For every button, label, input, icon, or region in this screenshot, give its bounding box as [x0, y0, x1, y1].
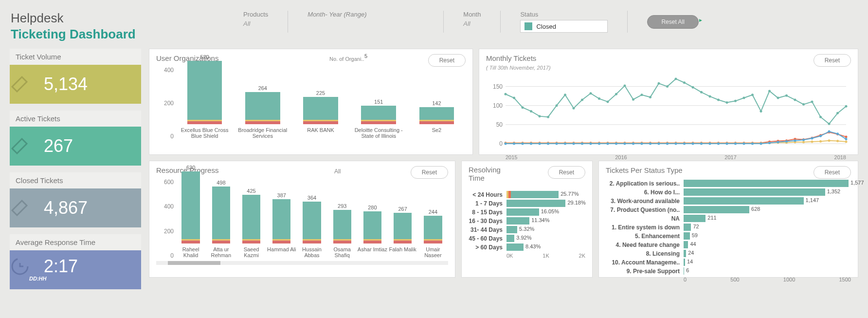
bar[interactable]	[684, 197, 804, 205]
svg-point-159	[734, 143, 737, 145]
svg-point-143	[598, 143, 600, 145]
bar[interactable]	[361, 106, 396, 124]
svg-point-138	[556, 143, 558, 145]
svg-point-170	[828, 130, 831, 132]
panel-monthly-tickets: Monthly Tickets ( Till 30th November, 20…	[479, 49, 858, 155]
svg-point-14	[547, 116, 549, 118]
status-swatch-icon	[524, 22, 532, 30]
svg-point-168	[811, 137, 814, 140]
svg-point-44	[802, 103, 805, 106]
bar[interactable]	[303, 202, 321, 243]
bar[interactable]	[363, 211, 381, 243]
card-active-tickets: 267	[10, 127, 141, 166]
line-series[interactable]	[506, 79, 846, 124]
bar[interactable]	[333, 210, 351, 243]
svg-point-21	[607, 100, 609, 103]
filter-status[interactable]: Status Closed	[500, 11, 627, 33]
reset-button[interactable]: Reset	[428, 54, 466, 67]
svg-point-12	[530, 110, 532, 112]
svg-point-90	[845, 135, 848, 138]
svg-point-148	[641, 143, 643, 145]
horizontal-scrollbar[interactable]	[156, 261, 448, 265]
reset-all-button[interactable]: Reset All	[647, 15, 698, 29]
svg-point-29	[675, 77, 677, 80]
svg-point-27	[658, 82, 660, 85]
bar[interactable]	[684, 224, 691, 231]
svg-text:100: 100	[493, 102, 503, 109]
svg-point-163	[768, 142, 771, 144]
bar[interactable]	[506, 235, 514, 242]
svg-point-137	[547, 143, 549, 145]
svg-point-127	[811, 141, 814, 143]
panel-resolving-time: Resolving Time Reset < 24 Hours25.77%1 -…	[461, 161, 593, 278]
filter-products[interactable]: Products All	[224, 11, 288, 33]
filter-month-year-range[interactable]: Month- Year (Range)	[288, 11, 443, 33]
svg-point-36	[734, 100, 737, 102]
svg-point-9	[505, 93, 507, 95]
bar[interactable]	[506, 208, 539, 216]
svg-text:50: 50	[496, 121, 503, 128]
svg-point-139	[564, 143, 566, 145]
bar[interactable]	[506, 226, 517, 233]
svg-point-15	[556, 104, 558, 107]
svg-point-172	[845, 138, 848, 140]
reset-button[interactable]: Reset	[814, 166, 851, 179]
bar[interactable]	[684, 232, 690, 240]
bar[interactable]	[212, 187, 230, 243]
card-closed-tickets: 4,867	[10, 188, 141, 227]
bar[interactable]	[684, 241, 688, 248]
svg-point-32	[700, 91, 703, 94]
bar[interactable]	[506, 217, 529, 224]
bar[interactable]	[684, 206, 749, 213]
svg-point-160	[743, 143, 745, 145]
bar[interactable]	[506, 200, 565, 207]
bar[interactable]	[245, 92, 280, 124]
panel-resource-progress: Resource Progress All Reset 600400200063…	[149, 161, 455, 278]
svg-text:0: 0	[499, 140, 503, 147]
bar[interactable]	[242, 195, 260, 243]
bar[interactable]	[181, 171, 199, 244]
title-line2: Ticketing Dashboard	[11, 27, 136, 42]
svg-point-49	[845, 105, 848, 108]
title-line1: Helpdesk	[11, 11, 136, 26]
svg-point-161	[751, 143, 754, 145]
svg-point-142	[590, 143, 592, 145]
svg-point-171	[836, 132, 839, 135]
filter-month[interactable]: Month All	[443, 11, 500, 33]
reset-button[interactable]: Reset	[814, 54, 851, 67]
svg-point-165	[785, 140, 788, 143]
svg-point-40	[768, 90, 771, 92]
bar[interactable]	[684, 250, 686, 257]
svg-point-145	[615, 143, 617, 145]
reset-button[interactable]: Reset	[548, 166, 585, 179]
svg-point-132	[505, 143, 507, 145]
bar[interactable]	[419, 107, 454, 125]
bar[interactable]	[303, 97, 338, 124]
monthly-line-chart: 050100150	[486, 75, 851, 152]
reset-button[interactable]: Reset	[411, 166, 448, 179]
clock-icon	[10, 256, 44, 277]
svg-point-33	[709, 95, 711, 97]
bar[interactable]	[424, 216, 442, 244]
bar[interactable]	[684, 267, 684, 275]
svg-point-164	[777, 141, 779, 143]
bar[interactable]	[394, 213, 412, 243]
bar[interactable]	[506, 191, 559, 198]
svg-point-129	[828, 139, 831, 142]
bar[interactable]	[684, 180, 849, 187]
svg-point-48	[836, 112, 839, 114]
svg-point-167	[802, 139, 805, 141]
svg-point-19	[590, 92, 592, 94]
svg-point-23	[624, 85, 626, 87]
svg-point-133	[513, 143, 515, 145]
svg-point-39	[760, 110, 762, 112]
svg-point-38	[751, 94, 754, 96]
bar[interactable]	[684, 259, 685, 266]
bar[interactable]	[272, 199, 290, 243]
bar[interactable]	[684, 188, 825, 196]
bar[interactable]	[187, 61, 222, 124]
svg-text:150: 150	[493, 83, 503, 90]
bar[interactable]	[684, 215, 705, 222]
svg-point-147	[632, 143, 634, 145]
bar[interactable]	[506, 243, 524, 251]
